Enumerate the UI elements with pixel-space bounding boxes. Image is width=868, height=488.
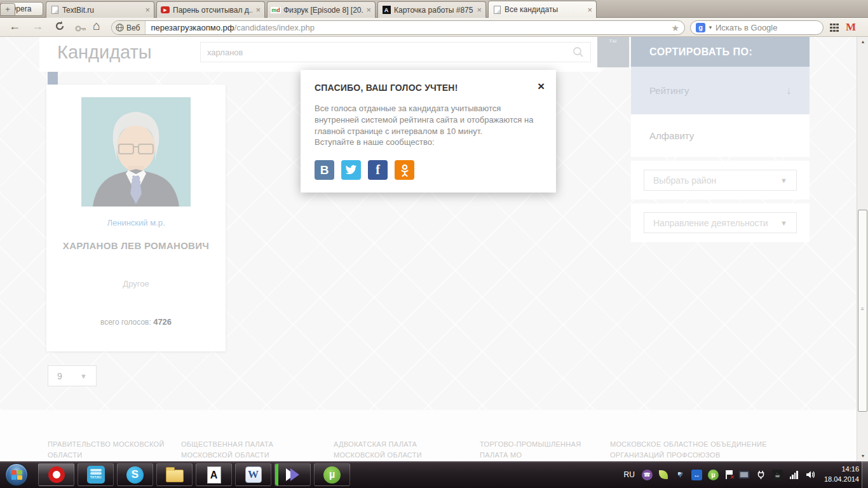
taskbar-kmplayer-button[interactable] <box>275 463 311 486</box>
start-button[interactable] <box>5 463 28 486</box>
google-search-input[interactable] <box>715 23 818 32</box>
google-search-box[interactable]: g ▼ <box>690 20 824 35</box>
home-button-icon[interactable]: ⌂ <box>93 18 100 33</box>
facebook-icon[interactable]: f <box>368 160 388 180</box>
utorrent-tray-icon[interactable]: µ <box>708 470 719 480</box>
kmplayer-icon <box>285 466 301 483</box>
show-desktop-button[interactable] <box>862 461 868 488</box>
scroll-up-icon[interactable]: ▲ <box>857 37 868 47</box>
page-viewport: Кандидаты ты <box>0 37 857 461</box>
taskbar-clock[interactable]: 14:16 18.04.2014 <box>824 464 859 485</box>
volume-icon[interactable] <box>805 470 816 480</box>
skype-icon: S <box>126 466 144 484</box>
odnoklassniki-icon[interactable] <box>395 160 414 180</box>
word-icon: W <box>245 466 262 483</box>
tab-close-icon[interactable]: × <box>145 6 150 14</box>
tab-kartochka[interactable]: A Карточка работы #875... × <box>377 1 486 18</box>
opera-icon <box>48 466 65 483</box>
taskbar-utorrent-button[interactable]: µ <box>314 463 350 486</box>
close-icon[interactable]: × <box>538 80 545 92</box>
back-button-icon[interactable]: ← <box>9 20 20 33</box>
display-icon[interactable] <box>739 470 750 480</box>
teamviewer-icon[interactable]: ↔ <box>691 470 702 480</box>
page-scrollbar[interactable]: ▲ ≡ ▼ <box>857 37 868 461</box>
taskbar-skype-button[interactable]: S <box>117 463 153 486</box>
remove-hardware-icon[interactable] <box>756 470 766 480</box>
reload-button-icon[interactable] <box>55 21 65 34</box>
vote-thanks-modal: СПАСИБО, ВАШ ГОЛОС УЧТЕН! × Все голоса о… <box>301 70 556 193</box>
social-buttons: В f <box>315 160 414 180</box>
md-file-icon: md <box>271 6 280 15</box>
progress-strip <box>275 464 278 485</box>
system-tray: RU ☎ ♥P ↔ µ ✕ ☕ 14:16 18.04.2014 <box>624 461 859 488</box>
vk-icon[interactable]: В <box>315 160 334 180</box>
speed-dial-grid-icon[interactable] <box>830 24 839 32</box>
taskbar-opera-button[interactable] <box>38 463 74 486</box>
document-icon <box>492 5 501 14</box>
tab-all-candidates[interactable]: Все кандидаты × <box>488 1 597 18</box>
taskbar-word-button[interactable]: W <box>235 463 271 486</box>
forward-button-icon[interactable]: → <box>32 20 43 33</box>
tab-textbit[interactable]: TextBit.ru × <box>46 1 154 18</box>
address-bar[interactable]: Веб перезагрузкаопмо.рф/candidates/index… <box>111 20 685 35</box>
utorrent-icon: µ <box>323 466 341 484</box>
gmail-icon[interactable]: M <box>846 21 856 34</box>
scrollbar-grip: ≡ <box>861 308 864 310</box>
google-icon: g <box>696 23 705 32</box>
scrollbar-thumb[interactable]: ≡ <box>858 210 867 412</box>
bookmark-star-icon[interactable]: ★ <box>666 23 684 33</box>
taskbar-txtru-button[interactable]: TXT.RU <box>78 463 114 486</box>
browser-tab-bar: Opera TextBit.ru × ▶ Парень отсчитывал д… <box>0 0 868 18</box>
leaf-icon[interactable] <box>658 470 669 480</box>
windows-taskbar: TXT.RU S A W µ RU ☎ ♥P ↔ µ ✕ ☕ <box>0 461 868 488</box>
heart-p-icon[interactable]: ♥P <box>675 470 686 480</box>
new-tab-button[interactable]: + <box>0 3 15 16</box>
taskbar-explorer-button[interactable] <box>156 463 193 486</box>
screen: Opera TextBit.ru × ▶ Парень отсчитывал д… <box>0 0 868 488</box>
wand-key-icon[interactable] <box>75 22 86 36</box>
coffee-cup-icon[interactable]: ☕ <box>772 470 783 480</box>
a-document-icon: A <box>207 466 221 484</box>
globe-icon <box>116 24 124 32</box>
twitter-icon[interactable] <box>341 160 361 180</box>
tab-youtube-video[interactable]: ▶ Парень отсчитывал д... × <box>156 1 265 18</box>
web-badge[interactable]: Веб <box>112 21 146 34</box>
tab-close-icon[interactable]: × <box>366 6 371 14</box>
taskbar-adoc-button[interactable]: A <box>196 463 232 486</box>
document-icon <box>50 6 59 15</box>
modal-title: СПАСИБО, ВАШ ГОЛОС УЧТЕН! <box>315 83 542 93</box>
language-indicator[interactable]: RU <box>624 470 635 479</box>
scroll-down-icon[interactable]: ▼ <box>857 451 868 461</box>
tab-close-icon[interactable]: × <box>587 6 592 14</box>
tab-fizruk[interactable]: md Физрук [Episode 8] [20... × <box>267 1 376 18</box>
search-engine-caret-icon[interactable]: ▼ <box>708 25 713 30</box>
tab-close-icon[interactable]: × <box>477 6 482 14</box>
modal-body: Все голоса отданные за кандидата учитыва… <box>315 103 537 148</box>
action-center-flag-icon[interactable]: ✕ <box>724 470 733 480</box>
txtru-icon: TXT.RU <box>87 466 105 484</box>
viber-icon[interactable]: ☎ <box>642 470 653 480</box>
url-text[interactable]: перезагрузкаопмо.рф/candidates/index.php <box>146 23 666 32</box>
folder-icon <box>166 470 184 482</box>
youtube-play-icon: ▶ <box>161 6 170 15</box>
letter-a-icon: A <box>382 6 391 15</box>
browser-toolbar: ← → ⌂ Веб перезагрузкаопмо.рф/candidates… <box>0 18 868 37</box>
windows-flag-icon <box>11 470 22 480</box>
network-signal-icon[interactable] <box>789 470 799 479</box>
tab-close-icon[interactable]: × <box>255 6 261 14</box>
